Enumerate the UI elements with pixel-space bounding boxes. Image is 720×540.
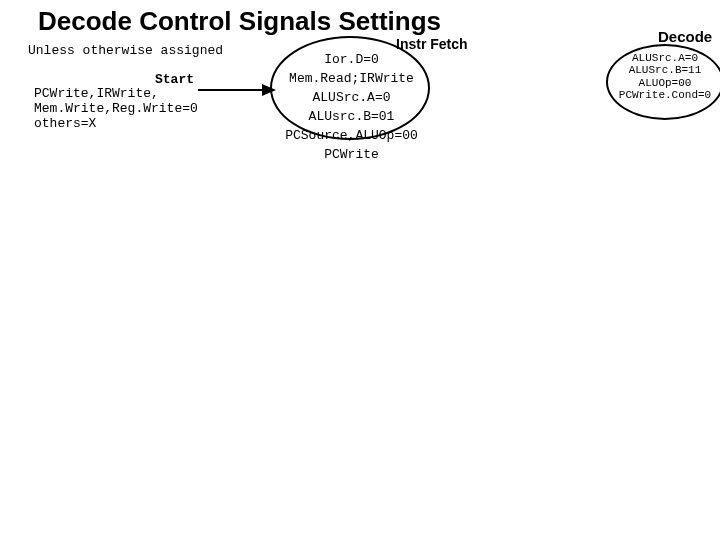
page-title: Decode Control Signals Settings	[38, 6, 441, 37]
state-decode-signals-text: ALUSrc.A=0 ALUSrc.B=11 ALUOp=00 PCWrite.…	[619, 52, 711, 101]
start-defaults: PCWrite,IRWrite, Mem.Write,Reg.Write=0 o…	[34, 87, 198, 132]
state-decode-label: Decode	[658, 28, 712, 45]
start-label: Start	[155, 73, 194, 88]
note-text: Unless otherwise assigned	[28, 44, 223, 59]
state-instr-fetch-signals-text: Ior.D=0 Mem.Read;IRWrite ALUSrc.A=0 ALUs…	[285, 52, 418, 162]
state-decode-signals: ALUSrc.A=0 ALUSrc.B=11 ALUOp=00 PCWrite.…	[608, 52, 720, 102]
state-instr-fetch-signals: Ior.D=0 Mem.Read;IRWrite ALUSrc.A=0 ALUs…	[284, 49, 419, 163]
arrow-start-to-fetch	[198, 80, 278, 100]
